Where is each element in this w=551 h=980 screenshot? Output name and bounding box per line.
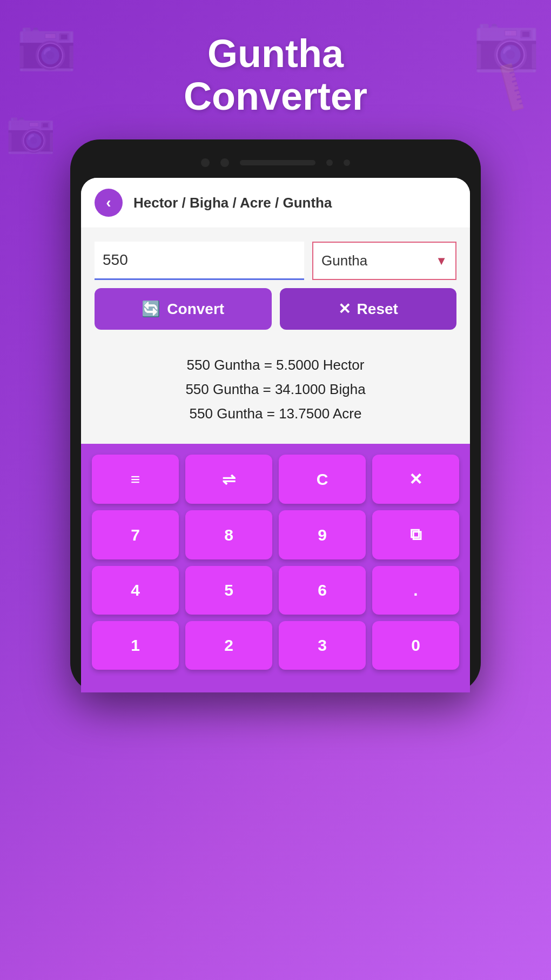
digit-7-label: 7 (131, 526, 140, 544)
digit-3-label: 3 (318, 636, 327, 655)
result-line-2: 550 Guntha = 34.1000 Bigha (95, 381, 456, 398)
digit-1-label: 1 (131, 636, 140, 655)
phone-mockup: ‹ Hector / Bigha / Acre / Guntha Guntha … (70, 139, 481, 692)
result-line-1: 550 Guntha = 5.5000 Hector (95, 357, 456, 374)
action-row: 🔄 Convert ✕ Reset (95, 288, 456, 330)
reset-icon: ✕ (338, 300, 351, 318)
notch-dot2 (326, 159, 333, 166)
key-6[interactable]: 6 (279, 566, 366, 615)
keyboard-row-2: 7 8 9 ⧉ (92, 510, 459, 559)
keyboard-section: ≡ ⇌ C ✕ 7 8 (81, 444, 470, 692)
back-arrow-icon: ‹ (106, 195, 111, 210)
bg-ruler-icon: 📏 (480, 56, 542, 118)
bg-camera-icon-bl: 📷 (5, 108, 56, 156)
screen-title: Hector / Bigha / Acre / Guntha (133, 195, 332, 211)
key-swap[interactable]: ⇌ (185, 455, 272, 504)
keyboard-row-1: ≡ ⇌ C ✕ (92, 455, 459, 504)
key-2[interactable]: 2 (185, 621, 272, 670)
key-clear[interactable]: C (279, 455, 366, 504)
digit-2-label: 2 (224, 636, 233, 655)
app-title: Guntha Converter (184, 32, 367, 118)
keyboard-row-3: 4 5 6 . (92, 566, 459, 615)
title-line2: Converter (184, 75, 367, 118)
notch-dot3 (344, 159, 350, 166)
title-line1: Guntha (207, 32, 344, 75)
convert-button[interactable]: 🔄 Convert (95, 288, 272, 330)
dropdown-arrow-icon: ▼ (435, 254, 447, 268)
unit-select-value: Guntha (321, 252, 435, 269)
digit-8-label: 8 (224, 526, 233, 544)
digit-6-label: 6 (318, 581, 327, 599)
bg-camera-icon-tl: 📷 (16, 16, 77, 73)
key-4[interactable]: 4 (92, 566, 179, 615)
key-dot[interactable]: . (372, 566, 459, 615)
key-copy[interactable]: ⧉ (372, 510, 459, 559)
clear-label: C (317, 470, 328, 489)
key-9[interactable]: 9 (279, 510, 366, 559)
dot-label: . (413, 581, 418, 599)
key-delete[interactable]: ✕ (372, 455, 459, 504)
results-section: 550 Guntha = 5.5000 Hector 550 Guntha = … (81, 341, 470, 444)
notch-camera (201, 158, 210, 167)
key-8[interactable]: 8 (185, 510, 272, 559)
convert-button-label: Convert (167, 301, 224, 318)
bg-camera-icon-tr: 📷 (473, 11, 540, 75)
swap-icon: ⇌ (222, 470, 236, 489)
digit-5-label: 5 (224, 581, 233, 599)
convert-icon: 🔄 (142, 300, 160, 318)
key-1[interactable]: 1 (92, 621, 179, 670)
value-input[interactable] (95, 242, 304, 280)
app-header: ‹ Hector / Bigha / Acre / Guntha (81, 178, 470, 228)
copy-icon: ⧉ (410, 525, 421, 544)
key-0[interactable]: 0 (372, 621, 459, 670)
input-row: Guntha ▼ (95, 242, 456, 280)
key-5[interactable]: 5 (185, 566, 272, 615)
delete-icon: ✕ (409, 470, 422, 489)
input-section: Guntha ▼ 🔄 Convert ✕ Reset (81, 228, 470, 341)
digit-0-label: 0 (411, 636, 420, 655)
back-button[interactable]: ‹ (95, 189, 123, 217)
menu-icon: ≡ (131, 470, 140, 489)
reset-button-label: Reset (357, 301, 398, 318)
phone-screen: ‹ Hector / Bigha / Acre / Guntha Guntha … (81, 178, 470, 692)
result-line-3: 550 Guntha = 13.7500 Acre (95, 405, 456, 422)
digit-4-label: 4 (131, 581, 140, 599)
digit-9-label: 9 (318, 526, 327, 544)
key-7[interactable]: 7 (92, 510, 179, 559)
phone-notch (81, 156, 470, 170)
keyboard-row-4: 1 2 3 0 (92, 621, 459, 670)
unit-select[interactable]: Guntha ▼ (312, 242, 456, 280)
notch-dot1 (220, 158, 229, 167)
notch-speaker (240, 160, 315, 165)
key-menu[interactable]: ≡ (92, 455, 179, 504)
reset-button[interactable]: ✕ Reset (280, 288, 457, 330)
key-3[interactable]: 3 (279, 621, 366, 670)
